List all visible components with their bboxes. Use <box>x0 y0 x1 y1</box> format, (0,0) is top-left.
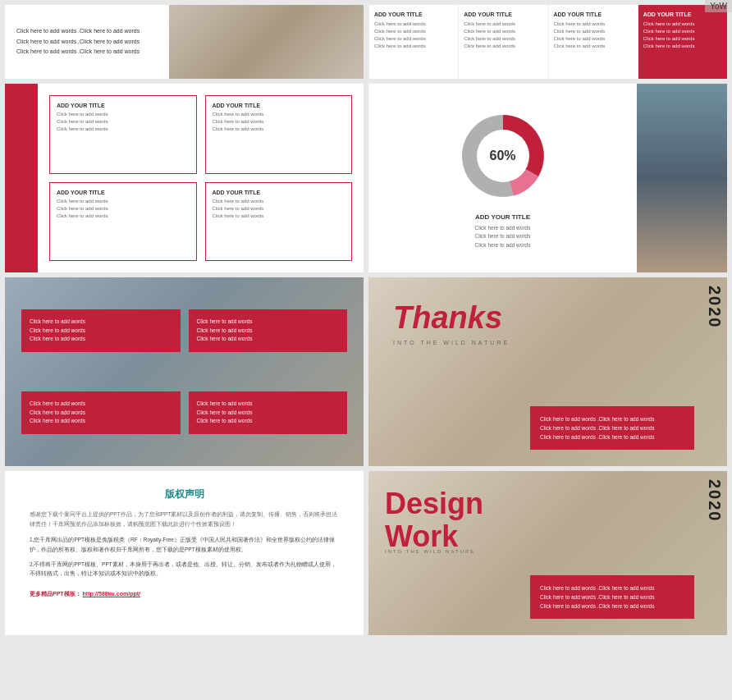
box-2-text: Click here to add words Click here to ad… <box>213 111 345 133</box>
slide-grid: Click here to add words .Click here to a… <box>0 0 732 640</box>
pie-desc: Click here to add words Click here to ad… <box>475 224 531 249</box>
box-3: ADD YOUR TITLE Click here to add words C… <box>49 182 197 261</box>
s12-col2-text: Click here to add words Click here to ad… <box>464 21 542 50</box>
pie-container: 60% ADD YOUR TITLE Click here to add wor… <box>446 84 560 272</box>
box-1-text: Click here to add words Click here to ad… <box>57 111 190 133</box>
s12-col2-title: ADD YOUR TITLE <box>464 11 542 17</box>
slide-1-2-col-1: ADD YOUR TITLE Click here to add words C… <box>368 5 458 79</box>
slide-4-2-design-title: Design Work <box>385 487 483 552</box>
slide-2-1: ADD YOUR TITLE Click here to add words C… <box>5 84 364 272</box>
slide-3-2-year: 2020 <box>705 286 724 329</box>
s12-col4-text: Click here to add words Click here to ad… <box>643 21 722 50</box>
slide-1-2-col-3: ADD YOUR TITLE Click here to add words C… <box>548 5 638 79</box>
slide-3-1: Click here to add words Click here to ad… <box>5 277 364 466</box>
slide-4-1: 版权声明 感谢您下载个案同平台上提供的PPT作品，为了您和PPT素材以及原创作者… <box>5 471 364 635</box>
box-4-text: Click here to add words Click here to ad… <box>213 198 345 220</box>
box-2-title: ADD YOUR TITLE <box>213 103 345 108</box>
slide-1-1-img-placeholder <box>169 5 364 79</box>
s12-col4-title: ADD YOUR TITLE <box>643 11 722 17</box>
slide-1-1: Click here to add words .Click here to a… <box>5 5 364 79</box>
red-box-3: Click here to add words Click here to ad… <box>21 391 181 433</box>
slide-4-2-year: 2020 <box>705 479 724 523</box>
box-3-text: Click here to add words Click here to ad… <box>57 198 190 220</box>
box-1: ADD YOUR TITLE Click here to add words C… <box>49 95 197 174</box>
slide-4-2-red-box: Click here to add words .Click here to a… <box>530 575 694 619</box>
slide-1-1-line3: Click here to add words .Click here to a… <box>16 47 158 57</box>
box-4-title: ADD YOUR TITLE <box>213 190 345 195</box>
slide-1-2: ADD YOUR TITLE Click here to add words C… <box>368 5 727 79</box>
slide-3-2-nature: INTO THE WILD NATURE <box>393 340 510 345</box>
slide-2-1-boxes: ADD YOUR TITLE Click here to add words C… <box>38 84 364 272</box>
s12-col3-text: Click here to add words Click here to ad… <box>554 21 633 50</box>
copyright-link-label: 更多精品PPT模板： <box>30 591 81 597</box>
copyright-link: 更多精品PPT模板： http://588ku.com/ppt/ <box>30 590 339 598</box>
copyright-title: 版权声明 <box>30 487 339 501</box>
box-1-title: ADD YOUR TITLE <box>57 103 190 108</box>
slide-3-2-thanks: Thanks <box>393 302 502 333</box>
slide-3-2: 2020 Thanks INTO THE WILD NATURE Click h… <box>368 277 727 466</box>
copyright-item2: 2.不得将千库网的PPT模板、PPT素材，本身用于再出者，或者是他、出授、转让、… <box>30 560 339 579</box>
slide-4-2-nature: INTO THE WILD NATURE <box>385 549 475 554</box>
copyright-link-url[interactable]: http://588ku.com/ppt/ <box>83 591 140 597</box>
red-box-1: Click here to add words Click here to ad… <box>21 309 181 351</box>
slide-2-2: 60% ADD YOUR TITLE Click here to add wor… <box>368 84 727 272</box>
slide-1-1-image <box>169 5 364 79</box>
copyright-intro: 感谢您下载个案同平台上提供的PPT作品，为了您和PPT素材以及原创作者的利益，请… <box>30 510 339 528</box>
s12-col1-title: ADD YOUR TITLE <box>374 11 453 17</box>
slide-1-1-text: Click here to add words .Click here to a… <box>5 18 169 66</box>
red-box-1-text: Click here to add words Click here to ad… <box>30 318 172 343</box>
box-2: ADD YOUR TITLE Click here to add words C… <box>205 95 353 174</box>
slide-2-1-sidebar <box>5 84 38 272</box>
yow-badge: YoW <box>705 0 732 12</box>
s12-col3-title: ADD YOUR TITLE <box>554 11 633 17</box>
slide-1-2-col-2: ADD YOUR TITLE Click here to add words C… <box>458 5 547 79</box>
pie-percent-label: 60% <box>489 149 515 163</box>
slide-4-2: 2020 Design Work INTO THE WILD NATURE Cl… <box>368 471 727 635</box>
copyright-item1: 1.您千库网出品的PPT模板是免版税类（RF：Royalty-Free）正版受《… <box>30 535 339 554</box>
slide-4-2-design-word: Design <box>385 487 483 520</box>
slide-4-2-work-word: Work <box>385 520 483 553</box>
pie-title: ADD YOUR TITLE <box>475 213 530 221</box>
red-box-4-text: Click here to add words Click here to ad… <box>197 400 340 425</box>
slide-1-1-line1: Click here to add words .Click here to a… <box>16 26 158 37</box>
red-box-2-text: Click here to add words Click here to ad… <box>197 318 340 343</box>
slide-1-2-col-4: ADD YOUR TITLE Click here to add words C… <box>638 5 727 79</box>
slide-3-2-red-box: Click here to add words .Click here to a… <box>530 406 694 450</box>
slide-1-1-line2: Click here to add words .Click here to a… <box>16 37 158 48</box>
red-box-2: Click here to add words Click here to ad… <box>189 309 348 351</box>
s12-col1-text: Click here to add words Click here to ad… <box>374 21 453 50</box>
slide-2-2-image <box>637 84 727 272</box>
pie-chart: 60% <box>454 107 552 205</box>
red-box-3-text: Click here to add words Click here to ad… <box>30 400 172 425</box>
slide-4-2-red-text: Click here to add words .Click here to a… <box>540 583 684 611</box>
slide-3-2-red-text: Click here to add words .Click here to a… <box>540 414 684 442</box>
box-3-title: ADD YOUR TITLE <box>57 190 190 195</box>
slide-3-1-overlay: Click here to add words Click here to ad… <box>5 277 364 466</box>
box-4: ADD YOUR TITLE Click here to add words C… <box>205 182 353 261</box>
red-box-4: Click here to add words Click here to ad… <box>189 391 348 433</box>
